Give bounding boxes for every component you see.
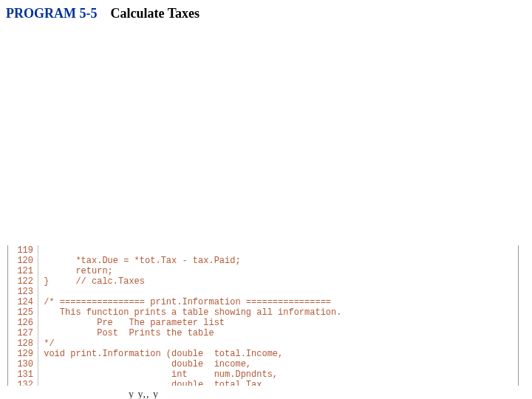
line-text: void print.Information (double total.Inc…: [38, 349, 518, 359]
line-number: 131: [8, 369, 38, 380]
code-line: 129 void print.Information (double total…: [8, 349, 518, 359]
code-line: 121 return;: [8, 266, 518, 276]
line-text: This function prints a table showing all…: [38, 307, 518, 318]
line-text: return;: [38, 266, 518, 276]
line-text: /* ================ print.Information ==…: [38, 297, 518, 307]
line-text: Post Prints the table: [38, 328, 518, 338]
code-line: 127 Post Prints the table: [8, 328, 518, 338]
line-number: 122: [8, 276, 38, 287]
code-line: 132 double total.Tax,: [8, 380, 518, 386]
line-number: 120: [8, 256, 38, 266]
line-number: 128: [8, 338, 38, 349]
line-text: */: [38, 338, 518, 349]
code-line: 131 int num.Dpndnts,: [8, 369, 518, 380]
line-number: 125: [8, 307, 38, 318]
line-number: 132: [8, 380, 38, 386]
code-line: 130 double income,: [8, 359, 518, 369]
line-text: double income,: [38, 359, 518, 369]
code-line: 126 Pre The parameter list: [8, 318, 518, 328]
line-number: 127: [8, 328, 38, 338]
code-line: 122 } // calc.Taxes: [8, 276, 518, 287]
code-line: 124 /* ================ print.Informatio…: [8, 297, 518, 307]
program-label: PROGRAM 5-5: [6, 6, 97, 21]
line-number: 130: [8, 359, 38, 369]
line-number: 129: [8, 349, 38, 359]
code-line: 125 This function prints a table showing…: [8, 307, 518, 318]
line-number: 126: [8, 318, 38, 328]
line-text: [38, 245, 518, 256]
line-text: *tax.Due = *tot.Tax - tax.Paid;: [38, 256, 518, 266]
line-text: } // calc.Taxes: [38, 276, 518, 287]
line-text: int num.Dpndnts,: [38, 369, 518, 380]
code-line: 119: [8, 245, 518, 256]
program-title: Calculate Taxes: [110, 6, 200, 21]
line-number: 124: [8, 297, 38, 307]
line-number: 123: [8, 287, 38, 297]
footer-fragment: y y,, y: [129, 389, 159, 399]
line-number: 121: [8, 266, 38, 276]
line-text: Pre The parameter list: [38, 318, 518, 328]
code-line: 128 */: [8, 338, 518, 349]
code-listing: 119 120 *tax.Due = *tot.Tax - tax.Paid; …: [7, 245, 519, 386]
line-number: 119: [8, 245, 38, 256]
line-text: double total.Tax,: [38, 380, 518, 386]
code-line: 120 *tax.Due = *tot.Tax - tax.Paid;: [8, 256, 518, 266]
line-text: [38, 287, 518, 297]
page-header: PROGRAM 5-5 Calculate Taxes: [0, 0, 532, 21]
code-line: 123: [8, 287, 518, 297]
